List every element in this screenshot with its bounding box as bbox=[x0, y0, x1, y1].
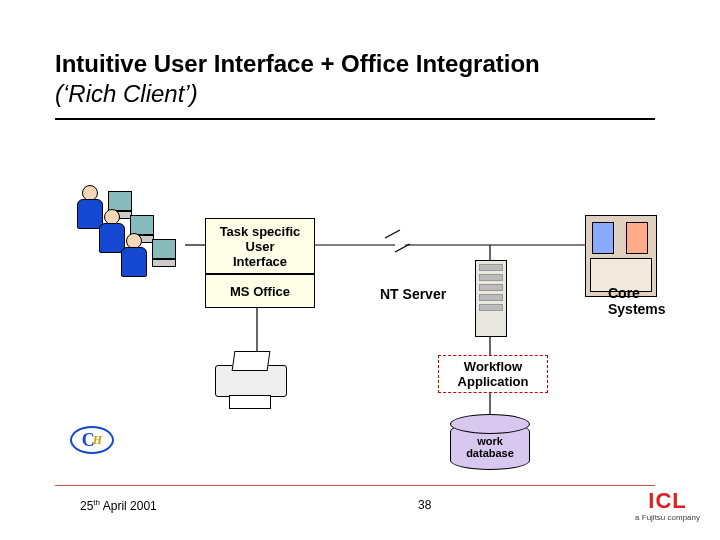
svg-line-2 bbox=[385, 230, 400, 238]
work-db-label: work database bbox=[451, 435, 529, 459]
icl-logo-text: ICL bbox=[648, 490, 686, 512]
footer-date: 25th April 2001 bbox=[80, 498, 157, 513]
ch-badge-icon: CH bbox=[70, 426, 114, 454]
printer-icon bbox=[215, 365, 285, 407]
footer-logo: ICL a Fujitsu company bbox=[635, 490, 700, 522]
database-icon: work database bbox=[450, 422, 530, 470]
ms-office-box: MS Office bbox=[205, 274, 315, 308]
nt-server-label: NT Server bbox=[380, 286, 446, 302]
footer-page-number: 38 bbox=[418, 498, 431, 512]
workflow-app-box: Workflow Application bbox=[438, 355, 548, 393]
core-systems-label: Core Systems bbox=[608, 285, 666, 317]
icl-tagline: a Fujitsu company bbox=[635, 513, 700, 522]
users-icon bbox=[70, 185, 200, 285]
footer-separator bbox=[55, 485, 655, 486]
task-ui-box: Task specific User Interface bbox=[205, 218, 315, 274]
diagram-stage: Task specific User Interface MS Office N… bbox=[0, 0, 720, 540]
server-icon bbox=[475, 260, 507, 337]
